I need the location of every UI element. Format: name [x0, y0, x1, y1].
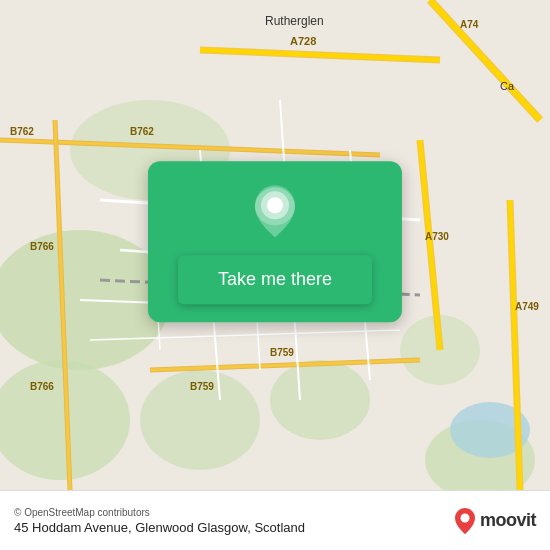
svg-text:A74: A74 — [460, 19, 479, 30]
svg-text:B766: B766 — [30, 381, 54, 392]
svg-text:B762: B762 — [130, 126, 154, 137]
svg-text:A749: A749 — [515, 301, 539, 312]
moovit-label: moovit — [480, 510, 536, 531]
svg-text:A728: A728 — [290, 35, 316, 47]
svg-point-5 — [270, 360, 370, 440]
svg-text:Rutherglen: Rutherglen — [265, 14, 324, 28]
location-pin-area — [243, 179, 307, 243]
take-me-there-button[interactable]: Take me there — [178, 255, 372, 304]
svg-point-49 — [460, 513, 469, 522]
footer: © OpenStreetMap contributors 45 Hoddam A… — [0, 490, 550, 550]
map-container: A728 B762 B762 B766 B766 A730 A749 B759 … — [0, 0, 550, 490]
take-me-there-card[interactable]: Take me there — [148, 161, 402, 322]
svg-point-48 — [269, 199, 281, 211]
moovit-logo: moovit — [454, 507, 536, 535]
svg-text:A730: A730 — [425, 231, 449, 242]
moovit-pin-icon — [454, 507, 476, 535]
svg-text:Ca: Ca — [500, 80, 515, 92]
svg-text:B766: B766 — [30, 241, 54, 252]
svg-text:B762: B762 — [10, 126, 34, 137]
footer-left: © OpenStreetMap contributors 45 Hoddam A… — [14, 507, 305, 535]
pin-icon — [251, 183, 299, 239]
svg-text:B759: B759 — [270, 347, 294, 358]
osm-attribution: © OpenStreetMap contributors — [14, 507, 305, 518]
address: 45 Hoddam Avenue, Glenwood Glasgow, Scot… — [14, 520, 305, 535]
svg-text:B759: B759 — [190, 381, 214, 392]
